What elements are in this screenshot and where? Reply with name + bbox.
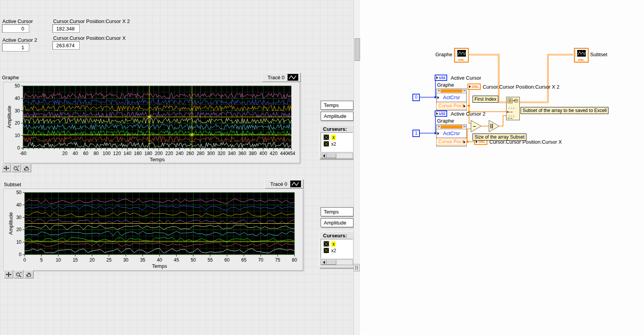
graph1-cursor-x2-name[interactable]: x2 (331, 141, 336, 147)
svg-text:30: 30 (15, 108, 20, 114)
graph2-legend-label: Tracé 0 (270, 181, 287, 187)
output-arrow-icon (464, 105, 466, 108)
svg-text:20: 20 (15, 120, 20, 126)
svg-text:60: 60 (83, 151, 89, 156)
scrollbar-thumb[interactable] (327, 260, 336, 265)
svg-text:55: 55 (207, 257, 213, 263)
svg-text:380: 380 (249, 151, 257, 156)
property-node1[interactable]: ?!?! ActCrsr Cursor.PosX (436, 89, 467, 110)
subtset-graph-terminal[interactable]: 210 DBL (574, 48, 589, 62)
size-free-label[interactable]: Size of the array Subset (473, 134, 526, 141)
graph1-plot-legend[interactable]: Tracé 0 (262, 73, 301, 82)
cursor-crosshair-icon (324, 248, 329, 253)
graph1-pan-button[interactable] (22, 164, 31, 172)
cursor-pos-x2-indicator[interactable]: 182.348 (52, 24, 80, 33)
svg-text:0: 0 (455, 55, 457, 57)
u32-terminal-active-cursor[interactable]: U32 (435, 75, 447, 81)
svg-text:220: 220 (165, 151, 173, 156)
svg-text:360: 360 (238, 151, 246, 156)
svg-text:40: 40 (16, 202, 22, 208)
graph1-y-scale-name[interactable]: Amplitude (321, 112, 353, 121)
block-diagram-window (360, 0, 644, 335)
dbl1-terminal-label: Cursor.Cursor Position:Cursor X 2 (483, 84, 560, 90)
graph2-cursor-scrollbar[interactable] (321, 259, 353, 265)
scroll-left-button[interactable] (321, 260, 327, 265)
graph1-title: Graphe (1, 75, 20, 80)
active-cursor-control[interactable]: 0 (2, 24, 29, 33)
active-cursor-2-control[interactable]: 1 (2, 43, 29, 52)
property-node1-posx-row[interactable]: Cursor.PosX (437, 102, 466, 110)
svg-text:140: 140 (123, 151, 131, 156)
graphe-graph-terminal[interactable]: 210 DBL (454, 48, 469, 62)
graph1-cursor-list: x x2 (321, 132, 353, 152)
graph1-trace-style-icon[interactable] (287, 74, 298, 81)
graph2-cursor-list: x x2 (321, 239, 353, 258)
svg-text:+: + (513, 115, 514, 118)
graph2-cursor-x-name[interactable]: x (331, 241, 336, 247)
svg-text:240: 240 (176, 151, 184, 156)
graph1-cursor-row-x[interactable]: x (323, 134, 353, 141)
svg-text:420: 420 (270, 151, 278, 156)
svg-text:300: 300 (207, 151, 215, 156)
u32-terminal-active-cursor-2[interactable]: U32 (435, 110, 447, 117)
svg-text:35: 35 (140, 257, 146, 263)
cursor-pos-x2-label: Cursor.Cursor Position:Cursor X 2 (52, 18, 131, 24)
graph1-zoom-button[interactable] (12, 164, 21, 172)
svg-text:70: 70 (258, 257, 264, 263)
graph2-y-scale-name[interactable]: Amplitude (321, 218, 353, 227)
svg-text:160: 160 (134, 151, 142, 156)
svg-text:0: 0 (575, 55, 576, 57)
graph2-pan-button[interactable] (24, 270, 34, 278)
scrollbar-thumb[interactable] (327, 153, 336, 158)
first-index-free-label[interactable]: First Index (473, 96, 498, 103)
front-panel-window: Active Cursor 0 Active Cursor 2 1 Cursor… (0, 0, 353, 335)
graph2-cursor-row-x[interactable]: x (323, 241, 353, 247)
graph2-plot-legend[interactable]: Tracé 0 (265, 179, 303, 189)
scrollbar-thumb[interactable] (355, 38, 360, 61)
graph2-x-scale-name[interactable]: Temps (321, 207, 353, 216)
graph2-cursor-row-x2[interactable]: x2 (323, 247, 353, 254)
svg-text:30: 30 (16, 215, 22, 220)
array-subset-node[interactable]: + + (506, 97, 520, 120)
property-node2-actcrsr-row[interactable]: ActCrsr (437, 129, 466, 137)
property-node2-posx-row[interactable]: Cursor.PosX (437, 137, 466, 146)
graph1-cursors-header: Curseurs: (320, 125, 354, 132)
graph2-cursor-move-button[interactable] (4, 270, 13, 278)
graph2-trace-style-icon[interactable] (290, 180, 301, 187)
graph1-x-scale-name[interactable]: Temps (321, 101, 353, 110)
front-panel-vertical-scrollbar[interactable] (353, 0, 360, 335)
svg-text:180: 180 (144, 151, 152, 156)
scroll-left-button[interactable] (321, 153, 327, 158)
graph2-plot-area[interactable]: 0510152025303540455055606570758001020304… (4, 189, 303, 270)
graph2-cursor-x2-name[interactable]: x2 (331, 248, 336, 253)
cursor-pos-x-indicator[interactable]: 263.674 (52, 41, 80, 50)
graph1-cursor-row-x2[interactable]: x2 (323, 141, 353, 147)
svg-text:200: 200 (155, 151, 162, 156)
graph1-plot-area[interactable]: -602040608010012014016018020022024026028… (4, 82, 300, 163)
numeric-constant-0[interactable]: 0 (412, 94, 420, 101)
graph1-widget[interactable]: -602040608010012014016018020022024026028… (3, 82, 300, 163)
subtset-terminal-label: Subtset (590, 52, 607, 57)
property-node1-actcrsr-row[interactable]: ActCrsr (437, 93, 466, 102)
svg-text:0: 0 (23, 257, 26, 263)
svg-text:10: 10 (16, 239, 22, 245)
property-node2[interactable]: ?!?! ActCrsr Cursor.PosX (436, 125, 467, 146)
graph1-palette-toolbar (2, 164, 31, 172)
svg-text:40: 40 (73, 151, 78, 156)
graph2-widget[interactable]: 0510152025303540455055606570758001020304… (3, 189, 303, 271)
cursor-selection-box (323, 241, 330, 247)
graph2-palette-toolbar (4, 270, 34, 278)
numeric-constant-1[interactable]: 1 (412, 130, 420, 137)
terminal-arrow-icon (476, 140, 478, 143)
graph1-cursor-scrollbar[interactable] (321, 153, 353, 159)
property-node2-title: Graphe (437, 118, 454, 124)
graph1-cursor-move-button[interactable] (2, 164, 11, 172)
window-splitter-grip[interactable] (353, 264, 360, 271)
cursor-crosshair-icon (324, 135, 329, 140)
active-cursor-terminal-label: Active Cursor (451, 75, 481, 81)
subset-free-label[interactable]: Subset of the array to be saved to Excel… (521, 107, 608, 114)
svg-text:260: 260 (186, 151, 194, 156)
graph2-zoom-button[interactable] (14, 270, 23, 278)
dbl-terminal-cursor-x2[interactable]: DBL (467, 84, 481, 90)
graph1-cursor-x-name[interactable]: x (331, 135, 336, 140)
